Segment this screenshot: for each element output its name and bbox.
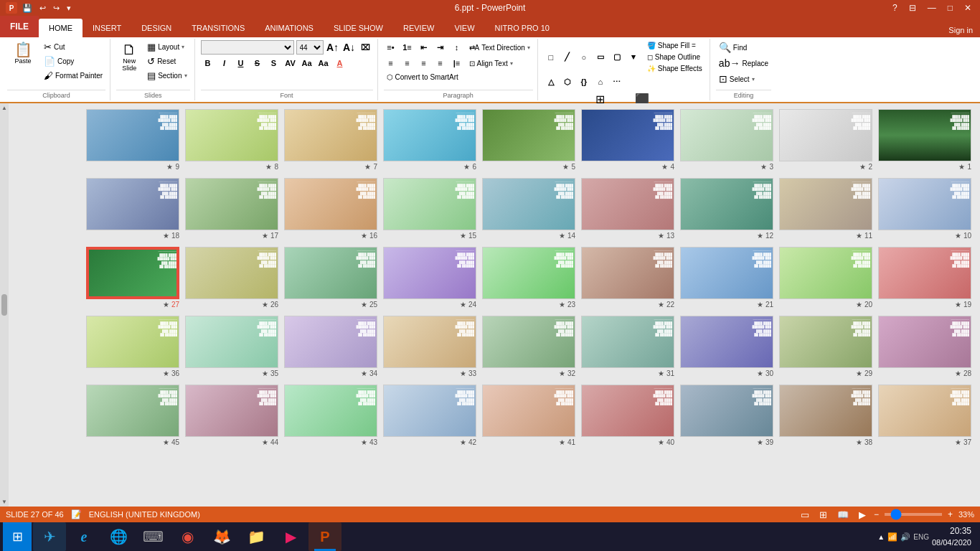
taskbar-chrome[interactable]: ◉: [171, 522, 204, 551]
tab-transitions[interactable]: TRANSITIONS: [182, 19, 255, 37]
line-spacing-btn[interactable]: ↕: [450, 40, 464, 55]
tray-arrow-icon[interactable]: ▲: [877, 533, 885, 541]
paste-button[interactable]: 📋 Paste: [7, 40, 39, 67]
shape-line-btn[interactable]: ╱: [560, 50, 575, 65]
shape-rndrc-btn[interactable]: ▢: [610, 50, 624, 65]
taskbar-telegram[interactable]: ✈: [33, 522, 66, 551]
list-item[interactable]: ─────────████ ███████ ██████████ ███████…: [86, 109, 179, 171]
slide-thumbnail[interactable]: ─────────████ ███████ ██████████ ███████…: [185, 385, 278, 437]
list-item[interactable]: ─────────████ ███████ ██████████ ███████…: [482, 385, 575, 446]
slide-thumbnail[interactable]: ─────────████ ███████ ██████████ ███████…: [779, 109, 872, 161]
underline-btn[interactable]: U: [234, 56, 248, 70]
find-button[interactable]: 🔍 Find: [716, 40, 750, 55]
tab-file[interactable]: FILE: [0, 16, 39, 37]
list-item[interactable]: ─────────████ ███████ ██████████ ███████…: [284, 316, 377, 377]
slide-thumbnail[interactable]: ─────────████ ███████ ██████████ ███████…: [482, 385, 575, 437]
list-item[interactable]: ─────────████ ███████ ██████████ ███████…: [680, 178, 773, 240]
list-item[interactable]: ─────────████ ███████ ██████████ ███████…: [185, 178, 278, 240]
tab-view[interactable]: VIEW: [444, 19, 484, 37]
list-item[interactable]: ─────────████ ███████ ██████████ ███████…: [86, 178, 179, 240]
slide-thumbnail[interactable]: ─────────████ ███████ ██████████ ███████…: [284, 247, 377, 299]
list-item[interactable]: ─────────████ ███████ ██████████ ███████…: [581, 178, 674, 240]
minimize-btn[interactable]: —: [925, 3, 939, 13]
sign-in-btn[interactable]: Sign in: [941, 23, 980, 37]
list-item[interactable]: ─────────████ ███████ ██████████ ███████…: [581, 109, 674, 171]
decrease-indent-btn[interactable]: ⇤: [417, 40, 431, 55]
list-item[interactable]: ─────────████ ███████ ██████████ ███████…: [779, 178, 872, 240]
slide-thumbnail[interactable]: ─────────████ ███████ ██████████ ███████…: [284, 109, 377, 161]
slide-thumbnail[interactable]: ─────────████ ███████ ██████████ ███████…: [878, 385, 971, 437]
list-item[interactable]: ─────────████ ███████ ██████████ ███████…: [779, 316, 872, 377]
text-direction-button[interactable]: ⇄A Text Direction ▾: [466, 42, 533, 53]
shape-fill-button[interactable]: 🪣 Shape Fill =: [644, 40, 705, 51]
section-button[interactable]: ▤ Section ▾: [144, 69, 189, 83]
layout-button[interactable]: ▦ Layout ▾: [144, 40, 189, 54]
redo-btn[interactable]: ↪: [51, 3, 62, 14]
list-item[interactable]: ─────────████ ███████ ██████████ ███████…: [482, 109, 575, 171]
zoom-out-icon[interactable]: −: [874, 509, 879, 519]
slide-thumbnail[interactable]: ─────────████ ███████ ██████████ ███████…: [581, 247, 674, 299]
slide-thumbnail[interactable]: ─────────████ ███████ ██████████ ███████…: [383, 178, 476, 230]
tab-slideshow[interactable]: SLIDE SHOW: [324, 19, 393, 37]
undo-btn[interactable]: ↩: [37, 3, 48, 14]
list-item[interactable]: ─────────████ ███████ ██████████ ███████…: [581, 316, 674, 377]
increase-font-btn[interactable]: A↑: [326, 40, 340, 55]
list-item[interactable]: ─────────████ ███████ ██████████ ███████…: [581, 385, 674, 446]
list-item[interactable]: ─────────████ ███████ ██████████ ███████…: [680, 385, 773, 446]
shapes-more-btn[interactable]: ▾: [626, 50, 641, 65]
aa-btn[interactable]: Aa: [316, 56, 331, 70]
slide-thumbnail[interactable]: ─────────████ ███████ ██████████ ███████…: [878, 178, 971, 230]
list-item[interactable]: ─────────████ ███████ ██████████ ███████…: [878, 247, 971, 309]
list-item[interactable]: ─────────████ ███████ ██████████ ███████…: [185, 247, 278, 309]
list-item[interactable]: ─────────████ ███████ ██████████ ███████…: [779, 247, 872, 309]
list-item[interactable]: ─────────████ ███████ ██████████ ███████…: [482, 316, 575, 377]
slideshow-btn[interactable]: ▶: [857, 509, 868, 521]
reset-button[interactable]: ↺ Reset: [144, 55, 189, 68]
shape-misc-btn[interactable]: ⌂: [593, 75, 608, 89]
list-item[interactable]: ─────────████ ███████ ██████████ ███████…: [680, 316, 773, 377]
list-item[interactable]: ─────────████ ███████ ██████████ ███████…: [383, 385, 476, 446]
change-case-btn[interactable]: Aa: [300, 56, 314, 70]
replace-button[interactable]: ab→ Replace: [716, 56, 771, 70]
save-btn[interactable]: 💾: [20, 3, 34, 14]
list-item[interactable]: ─────────████ ███████ ██████████ ███████…: [185, 109, 278, 171]
slide-thumbnail[interactable]: ─────────████ ███████ ██████████ ███████…: [680, 247, 773, 299]
list-item[interactable]: ─────────████ ███████ ██████████ ███████…: [680, 247, 773, 309]
slide-thumbnail[interactable]: ─────────████ ███████ ██████████ ███████…: [383, 109, 476, 161]
notes-btn[interactable]: 📝: [71, 509, 82, 519]
list-item[interactable]: ─────────████ ███████ ██████████ ███████…: [878, 178, 971, 240]
slide-thumbnail[interactable]: ─────────████ ███████ ██████████ ███████…: [185, 316, 278, 368]
strikethrough-btn[interactable]: S: [250, 56, 265, 70]
decrease-font-btn[interactable]: A↓: [342, 40, 357, 55]
tab-animations[interactable]: ANIMATIONS: [255, 19, 324, 37]
select-button[interactable]: ⊡ Select ▾: [716, 72, 758, 86]
list-item[interactable]: ─────────████ ███████ ██████████ ███████…: [284, 247, 377, 309]
shapes-more2-btn[interactable]: ⋯: [610, 75, 624, 89]
cut-button[interactable]: ✂ Cut: [41, 40, 105, 54]
list-item[interactable]: ─────────████ ███████ ██████████ ███████…: [878, 385, 971, 446]
tab-insert[interactable]: INSERT: [83, 19, 131, 37]
scroll-thumb[interactable]: [1, 294, 7, 316]
align-right-btn[interactable]: ≡: [417, 56, 431, 70]
slide-thumbnail[interactable]: ─────────████ ███████ ██████████ ███████…: [581, 178, 674, 230]
slide-thumbnail[interactable]: ─────────████ ███████ ██████████ ███████…: [581, 385, 674, 437]
shape-rect-btn[interactable]: □: [544, 50, 558, 65]
list-item[interactable]: ─────────████ ███████ ██████████ ███████…: [383, 178, 476, 240]
char-spacing-btn[interactable]: AV: [283, 56, 298, 70]
copy-button[interactable]: 📄 Copy: [41, 55, 105, 68]
increase-indent-btn[interactable]: ⇥: [433, 40, 448, 55]
clear-format-btn[interactable]: ⌧: [359, 40, 373, 55]
slide-thumbnail[interactable]: ─────────████ ███████ ██████████ ███████…: [86, 385, 179, 437]
customize-btn[interactable]: ▾: [65, 3, 73, 14]
slide-thumbnail[interactable]: ─────────████ ███████ ██████████ ███████…: [779, 316, 872, 368]
slide-thumbnail[interactable]: ─────────████ ███████ ██████████ ███████…: [86, 316, 179, 368]
list-item[interactable]: ─────────████ ███████ ██████████ ███████…: [779, 385, 872, 446]
maximize-btn[interactable]: □: [945, 3, 956, 13]
slide-thumbnail[interactable]: ─────────████ ███████ ██████████ ███████…: [284, 385, 377, 437]
slide-thumbnail[interactable]: ─────────████ ███████ ██████████ ███████…: [383, 316, 476, 368]
slide-thumbnail[interactable]: ─────────████ ███████ ██████████ ███████…: [86, 109, 179, 161]
shape-outline-button[interactable]: ◻ Shape Outline: [644, 52, 705, 62]
font-size-select[interactable]: 44: [296, 40, 324, 55]
list-item[interactable]: ─────────████ ███████ ██████████ ███████…: [86, 247, 179, 309]
list-item[interactable]: ─────────████ ███████ ██████████ ███████…: [383, 316, 476, 377]
